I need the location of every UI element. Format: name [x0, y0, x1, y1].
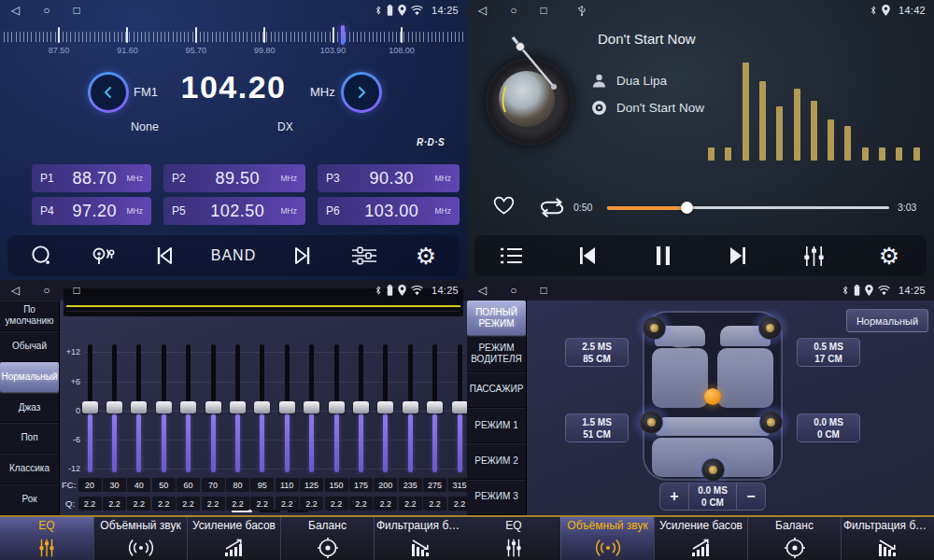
tab-eq-sliders[interactable]: EQ: [467, 517, 560, 560]
next-track-button[interactable]: [723, 245, 753, 267]
listen-mode-2[interactable]: ПАССАЖИР: [467, 372, 526, 408]
sound-preset-button[interactable]: Нормальный: [846, 309, 928, 332]
q-value[interactable]: 2.2: [177, 497, 200, 511]
settings-button[interactable]: ⚙: [411, 245, 441, 268]
favorite-button[interactable]: [491, 194, 517, 221]
eq-band-slider-95hz[interactable]: [253, 342, 272, 474]
q-value[interactable]: 2.2: [152, 497, 176, 511]
scan-search-button[interactable]: [26, 244, 56, 269]
fc-value[interactable]: 150: [325, 478, 348, 492]
listener-position-dot[interactable]: [704, 388, 721, 405]
front-right-delay[interactable]: 0.5 MS 17 CM: [797, 338, 860, 367]
fc-value[interactable]: 30: [103, 478, 126, 492]
fc-value[interactable]: 40: [127, 478, 150, 492]
fc-value[interactable]: 80: [226, 478, 249, 492]
q-value[interactable]: 2.2: [374, 497, 397, 511]
slider-thumb[interactable]: [106, 401, 122, 413]
q-value[interactable]: 2.2: [423, 497, 446, 511]
home-button[interactable]: ○: [510, 284, 517, 297]
slider-thumb[interactable]: [82, 401, 98, 413]
back-button[interactable]: ◁: [11, 4, 20, 17]
eq-band-slider-175hz[interactable]: [351, 342, 370, 474]
q-value[interactable]: 2.2: [127, 497, 150, 511]
delay-decrease-button[interactable]: −: [737, 483, 765, 510]
slider-thumb[interactable]: [254, 401, 270, 413]
back-button[interactable]: ◁: [11, 284, 20, 297]
q-value[interactable]: 2.2: [103, 497, 126, 511]
fc-value[interactable]: 110: [276, 478, 299, 492]
home-button[interactable]: ○: [510, 4, 517, 17]
equalizer-button[interactable]: [799, 245, 828, 268]
q-value[interactable]: 2.2: [325, 497, 348, 511]
eq-band-slider-70hz[interactable]: [204, 342, 222, 474]
preset-button-p4[interactable]: P497.20MHz: [32, 197, 151, 225]
eq-band-slider-30hz[interactable]: [105, 342, 123, 474]
slider-thumb[interactable]: [377, 401, 393, 413]
q-value[interactable]: 2.2: [349, 497, 373, 511]
playlist-button[interactable]: [497, 245, 527, 266]
eq-preset-1[interactable]: Обычай: [0, 331, 59, 362]
preset-button-p3[interactable]: P390.30MHz: [318, 164, 460, 192]
preset-button-p5[interactable]: P5102.50MHz: [163, 197, 305, 225]
q-value[interactable]: 2.2: [448, 497, 468, 511]
tab-filter[interactable]: Фильтрация ба…: [374, 517, 467, 560]
fc-value[interactable]: 175: [349, 478, 373, 492]
listen-mode-3[interactable]: РЕЖИМ 1: [467, 408, 526, 443]
q-value[interactable]: 2.2: [226, 497, 249, 511]
home-button[interactable]: ○: [43, 4, 50, 17]
prev-station-button[interactable]: [149, 245, 179, 267]
next-station-button[interactable]: [288, 245, 318, 267]
slider-thumb[interactable]: [131, 401, 147, 413]
rear-right-speaker-icon[interactable]: [759, 411, 783, 434]
slider-thumb[interactable]: [205, 401, 221, 413]
slider-thumb[interactable]: [304, 401, 319, 413]
seek-thumb[interactable]: [681, 202, 693, 214]
eq-band-slider-315hz[interactable]: [450, 342, 467, 474]
fc-value[interactable]: 95: [250, 478, 274, 492]
front-left-speaker-icon[interactable]: [643, 316, 666, 340]
tab-surround-sound[interactable]: Объёмный звук: [93, 517, 187, 560]
eq-preset-5[interactable]: Классика: [0, 454, 59, 484]
repeat-button[interactable]: [538, 196, 566, 223]
eq-band-slider-80hz[interactable]: [228, 342, 247, 474]
tab-bass-boost[interactable]: Усиление басов: [654, 517, 747, 560]
eq-band-slider-50hz[interactable]: [154, 342, 173, 474]
rear-left-speaker-icon[interactable]: [640, 411, 663, 434]
q-value[interactable]: 2.2: [276, 497, 299, 511]
front-left-delay[interactable]: 2.5 MS 85 CM: [565, 338, 629, 367]
home-button[interactable]: ○: [43, 284, 50, 297]
recents-button[interactable]: □: [73, 284, 79, 297]
preset-button-p1[interactable]: P188.70MHz: [32, 164, 151, 192]
eq-preset-6[interactable]: Рок: [0, 484, 59, 515]
eq-band-slider-235hz[interactable]: [401, 342, 419, 474]
back-button[interactable]: ◁: [478, 4, 487, 17]
q-value[interactable]: 2.2: [399, 497, 422, 511]
fc-value[interactable]: 275: [423, 478, 446, 492]
slider-thumb[interactable]: [156, 401, 172, 413]
eq-band-slider-40hz[interactable]: [130, 342, 149, 474]
slider-thumb[interactable]: [353, 401, 369, 413]
slider-thumb[interactable]: [452, 401, 468, 413]
tab-bass-boost[interactable]: Усиление басов: [187, 517, 280, 560]
fc-value[interactable]: 60: [177, 478, 200, 492]
q-value[interactable]: 2.2: [78, 497, 102, 511]
listen-mode-4[interactable]: РЕЖИМ 2: [467, 443, 526, 479]
eq-band-slider-200hz[interactable]: [376, 342, 395, 474]
recents-button[interactable]: □: [540, 284, 546, 297]
listen-mode-0[interactable]: ПОЛНЫЙ РЕЖИМ: [467, 301, 526, 336]
slider-thumb[interactable]: [279, 401, 295, 413]
tab-balance[interactable]: Баланс: [747, 517, 841, 560]
slider-thumb[interactable]: [403, 401, 418, 413]
eq-preset-4[interactable]: Поп: [0, 423, 59, 454]
seek-down-button[interactable]: [88, 72, 129, 113]
rear-right-delay[interactable]: 0.0 MS 0 CM: [797, 413, 860, 442]
eq-band-slider-20hz[interactable]: [80, 342, 99, 474]
dx-local-button[interactable]: [88, 244, 118, 268]
band-button[interactable]: BAND: [211, 247, 256, 264]
listen-mode-5[interactable]: РЕЖИМ 3: [467, 480, 526, 515]
center-speaker-icon[interactable]: [701, 458, 725, 482]
fc-value[interactable]: 50: [152, 478, 176, 492]
fc-value[interactable]: 70: [202, 478, 225, 492]
pause-button[interactable]: [648, 245, 678, 267]
back-button[interactable]: ◁: [478, 284, 487, 297]
